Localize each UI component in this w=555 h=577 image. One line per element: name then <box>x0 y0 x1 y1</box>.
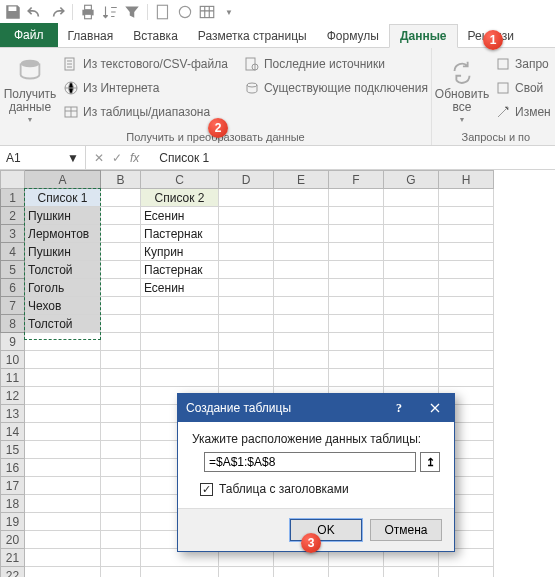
cell-F2[interactable] <box>329 207 384 225</box>
row-header-19[interactable]: 19 <box>1 513 25 531</box>
cell-B14[interactable] <box>101 423 141 441</box>
cell-A7[interactable]: Чехов <box>25 297 101 315</box>
row-header-18[interactable]: 18 <box>1 495 25 513</box>
col-header-G[interactable]: G <box>384 171 439 189</box>
cell-A19[interactable] <box>25 513 101 531</box>
cell-G8[interactable] <box>384 315 439 333</box>
cell-H11[interactable] <box>439 369 494 387</box>
cell-F6[interactable] <box>329 279 384 297</box>
formula-bar-input[interactable]: Список 1 <box>153 151 215 165</box>
row-header-14[interactable]: 14 <box>1 423 25 441</box>
name-box-dropdown-icon[interactable]: ▼ <box>67 151 79 165</box>
cell-G7[interactable] <box>384 297 439 315</box>
cell-B13[interactable] <box>101 405 141 423</box>
cell-C11[interactable] <box>141 369 219 387</box>
cell-C6[interactable]: Есенин <box>141 279 219 297</box>
row-header-2[interactable]: 2 <box>1 207 25 225</box>
cell-H5[interactable] <box>439 261 494 279</box>
cell-A2[interactable]: Пушкин <box>25 207 101 225</box>
dialog-titlebar[interactable]: Создание таблицы ? <box>178 394 454 422</box>
cell-E6[interactable] <box>274 279 329 297</box>
col-header-E[interactable]: E <box>274 171 329 189</box>
cell-E22[interactable] <box>274 567 329 578</box>
cell-G9[interactable] <box>384 333 439 351</box>
name-box[interactable]: A1 ▼ <box>0 146 86 169</box>
queries-btn-2[interactable]: Свой <box>492 77 554 99</box>
tab-file[interactable]: Файл <box>0 23 58 47</box>
cell-B6[interactable] <box>101 279 141 297</box>
row-header-7[interactable]: 7 <box>1 297 25 315</box>
cell-G11[interactable] <box>384 369 439 387</box>
cell-F22[interactable] <box>329 567 384 578</box>
cell-B5[interactable] <box>101 261 141 279</box>
cell-A9[interactable] <box>25 333 101 351</box>
cell-C22[interactable] <box>141 567 219 578</box>
cell-H6[interactable] <box>439 279 494 297</box>
cell-A5[interactable]: Толстой <box>25 261 101 279</box>
cell-E5[interactable] <box>274 261 329 279</box>
cell-D7[interactable] <box>219 297 274 315</box>
row-header-5[interactable]: 5 <box>1 261 25 279</box>
cell-A8[interactable]: Толстой <box>25 315 101 333</box>
cell-F10[interactable] <box>329 351 384 369</box>
cell-A17[interactable] <box>25 477 101 495</box>
cell-H9[interactable] <box>439 333 494 351</box>
cell-F3[interactable] <box>329 225 384 243</box>
cell-A20[interactable] <box>25 531 101 549</box>
cell-E1[interactable] <box>274 189 329 207</box>
cell-C5[interactable]: Пастернак <box>141 261 219 279</box>
qat-touch-icon[interactable] <box>176 3 194 21</box>
row-header-9[interactable]: 9 <box>1 333 25 351</box>
qat-print-icon[interactable] <box>79 3 97 21</box>
cell-G5[interactable] <box>384 261 439 279</box>
cell-D4[interactable] <box>219 243 274 261</box>
cell-E3[interactable] <box>274 225 329 243</box>
cell-F5[interactable] <box>329 261 384 279</box>
cell-D6[interactable] <box>219 279 274 297</box>
row-header-6[interactable]: 6 <box>1 279 25 297</box>
cell-B4[interactable] <box>101 243 141 261</box>
cell-E11[interactable] <box>274 369 329 387</box>
dialog-range-selector-button[interactable]: ↥ <box>420 452 440 472</box>
cell-B22[interactable] <box>101 567 141 578</box>
dialog-range-input[interactable] <box>204 452 416 472</box>
cell-A3[interactable]: Лермонтов <box>25 225 101 243</box>
cancel-formula-icon[interactable]: ✕ <box>94 151 104 165</box>
cell-A15[interactable] <box>25 441 101 459</box>
cell-E7[interactable] <box>274 297 329 315</box>
cell-F9[interactable] <box>329 333 384 351</box>
row-header-8[interactable]: 8 <box>1 315 25 333</box>
cell-H3[interactable] <box>439 225 494 243</box>
cell-B11[interactable] <box>101 369 141 387</box>
existing-connections-button[interactable]: Существующие подключения <box>241 77 431 99</box>
row-header-13[interactable]: 13 <box>1 405 25 423</box>
cell-F4[interactable] <box>329 243 384 261</box>
tab-data[interactable]: Данные <box>389 24 458 48</box>
row-header-20[interactable]: 20 <box>1 531 25 549</box>
dialog-headers-checkbox[interactable]: ✓ Таблица с заголовками <box>192 482 440 496</box>
cell-A14[interactable] <box>25 423 101 441</box>
cell-D10[interactable] <box>219 351 274 369</box>
row-header-3[interactable]: 3 <box>1 225 25 243</box>
cell-D9[interactable] <box>219 333 274 351</box>
cell-A13[interactable] <box>25 405 101 423</box>
cell-A1[interactable]: Список 1 <box>25 189 101 207</box>
cell-B8[interactable] <box>101 315 141 333</box>
row-header-10[interactable]: 10 <box>1 351 25 369</box>
cell-D8[interactable] <box>219 315 274 333</box>
col-header-A[interactable]: A <box>25 171 101 189</box>
dialog-help-icon[interactable]: ? <box>396 401 402 416</box>
qat-filter-icon[interactable] <box>123 3 141 21</box>
cell-A6[interactable]: Гоголь <box>25 279 101 297</box>
qat-sort-icon[interactable] <box>101 3 119 21</box>
queries-btn-3[interactable]: Измен <box>492 101 554 123</box>
cell-F1[interactable] <box>329 189 384 207</box>
cell-C8[interactable] <box>141 315 219 333</box>
queries-btn-1[interactable]: Запро <box>492 53 554 75</box>
cell-C1[interactable]: Список 2 <box>141 189 219 207</box>
cell-E8[interactable] <box>274 315 329 333</box>
cell-B19[interactable] <box>101 513 141 531</box>
qat-table-icon[interactable] <box>198 3 216 21</box>
get-data-button[interactable]: Получить данные ▼ <box>6 51 54 129</box>
cell-E2[interactable] <box>274 207 329 225</box>
